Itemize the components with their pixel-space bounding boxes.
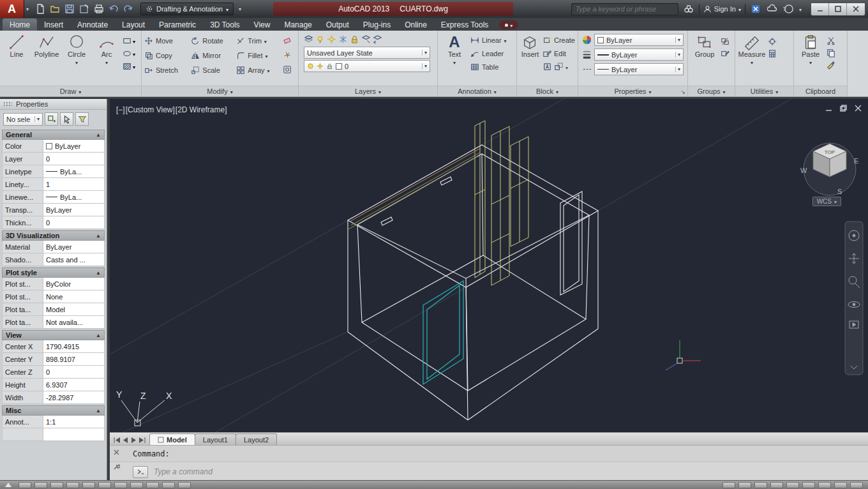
property-row[interactable]: Thickn...0 xyxy=(2,216,105,229)
fillet-button[interactable]: Fillet xyxy=(236,49,278,61)
layer-lock-icon[interactable] xyxy=(350,34,359,44)
tab-model[interactable]: Model xyxy=(149,433,195,445)
property-row[interactable]: ColorByLayer xyxy=(2,140,105,153)
offset-button[interactable] xyxy=(283,64,296,75)
panel-properties-footer[interactable]: Properties xyxy=(578,86,687,96)
polyline-button[interactable]: Polyline xyxy=(33,33,61,86)
last-tab-icon[interactable] xyxy=(138,437,146,443)
maximize-button[interactable] xyxy=(829,3,847,15)
layer-match-icon[interactable] xyxy=(361,34,371,44)
tab-insert[interactable]: Insert xyxy=(37,19,70,31)
palette-titlebar[interactable]: Properties xyxy=(0,99,107,110)
statusbar-expand-icon[interactable] xyxy=(5,483,11,487)
visual-style-control[interactable]: [2D Wireframe] xyxy=(176,105,227,114)
measure-button[interactable]: Measure xyxy=(738,33,766,86)
panel-groups-footer[interactable]: Groups xyxy=(688,86,735,96)
insert-button[interactable]: Insert xyxy=(520,33,541,86)
dialog-launcher-icon[interactable]: ↘ xyxy=(680,89,685,95)
linear-dimension-button[interactable]: Linear xyxy=(470,34,507,46)
tab-layout2[interactable]: Layout2 xyxy=(236,433,277,445)
panel-draw-footer[interactable]: Draw xyxy=(0,86,141,96)
property-row[interactable]: Plot st...ByColor xyxy=(2,278,105,290)
block-editor-icon[interactable] xyxy=(554,62,564,71)
ducs-toggle[interactable] xyxy=(114,482,127,488)
command-window[interactable]: Command: Type a command xyxy=(110,445,868,481)
lineweight-select[interactable]: ByLayer xyxy=(594,49,684,61)
layer-isolate-icon[interactable] xyxy=(327,34,336,44)
property-row[interactable]: LinetypeByLa... xyxy=(2,165,105,178)
quick-view-layouts-button[interactable] xyxy=(738,482,751,488)
line-button[interactable]: Line xyxy=(3,33,31,86)
property-row[interactable]: Plot st...None xyxy=(2,290,105,303)
transparency-toggle[interactable] xyxy=(162,482,175,488)
copy-button[interactable]: Copy xyxy=(144,49,186,61)
sign-in-button[interactable]: Sign In xyxy=(703,5,741,13)
redo-button[interactable] xyxy=(122,3,135,15)
ungroup-button[interactable] xyxy=(721,36,730,47)
close-button[interactable] xyxy=(847,3,865,15)
section-header[interactable]: View xyxy=(2,330,105,340)
autoscale-button[interactable] xyxy=(802,482,815,488)
cleanscreen-button[interactable] xyxy=(850,482,863,488)
help-caret-icon[interactable] xyxy=(799,4,802,13)
selection-type-select[interactable]: No sele xyxy=(3,113,43,126)
property-row[interactable]: Shado...Casts and ... xyxy=(2,253,105,266)
layer-select[interactable]: 0 xyxy=(304,60,430,72)
rotate-button[interactable]: Rotate xyxy=(191,34,231,47)
first-tab-icon[interactable] xyxy=(114,437,121,443)
group-button[interactable]: Group xyxy=(691,33,719,86)
navigation-bar[interactable] xyxy=(845,222,863,375)
property-row[interactable]: Plot ta...Not availa... xyxy=(2,316,105,329)
section-header[interactable]: Misc xyxy=(2,405,105,416)
tab-layout1[interactable]: Layout1 xyxy=(195,433,236,445)
view-name-control[interactable]: [Custom View] xyxy=(126,105,175,114)
quick-view-drawings-button[interactable] xyxy=(754,482,767,488)
viewcube[interactable]: W E S TOP xyxy=(800,143,858,195)
tab-layout[interactable]: Layout xyxy=(115,19,152,31)
command-input-row[interactable]: Type a command xyxy=(110,462,868,481)
toggle-pickadd-button[interactable] xyxy=(45,112,58,126)
saveas-button[interactable] xyxy=(78,3,91,15)
tab-manage[interactable]: Manage xyxy=(277,19,318,31)
scale-button[interactable]: Scale xyxy=(191,64,231,76)
linetype-select[interactable]: ByLayer xyxy=(594,63,684,75)
layer-properties-icon[interactable] xyxy=(304,34,313,44)
layer-state-select[interactable]: Unsaved Layer State xyxy=(304,47,430,59)
mirror-button[interactable]: Mirror xyxy=(191,49,231,61)
section-header[interactable]: 3D Visualization xyxy=(2,230,105,241)
next-tab-icon[interactable] xyxy=(130,437,137,443)
layer-freeze-icon[interactable] xyxy=(338,34,348,44)
tab-3d-tools[interactable]: 3D Tools xyxy=(203,19,246,31)
command-close-icon[interactable] xyxy=(113,449,120,456)
array-button[interactable]: Array xyxy=(236,64,278,76)
panel-clipboard-footer[interactable]: Clipboard xyxy=(794,86,847,96)
property-row[interactable]: Layer0 xyxy=(2,153,105,165)
cut-button[interactable] xyxy=(827,35,835,46)
property-row[interactable]: Linety...1 xyxy=(2,178,105,191)
annotation-visibility-button[interactable] xyxy=(786,482,799,488)
property-row[interactable]: Height6.9307 xyxy=(2,379,105,391)
drawing-canvas[interactable]: Y Z X W E S TOP xyxy=(110,99,868,432)
tab-view[interactable]: View xyxy=(247,19,278,31)
plot-button[interactable] xyxy=(93,3,105,15)
panel-layers-footer[interactable]: Layers xyxy=(299,86,437,96)
quick-select-button[interactable] xyxy=(75,112,89,126)
select-objects-button[interactable] xyxy=(60,112,73,126)
trim-button[interactable]: Trim xyxy=(236,34,278,47)
lwt-toggle[interactable] xyxy=(146,482,159,488)
rectangle-tool-button[interactable] xyxy=(123,35,135,46)
doc-restore-icon[interactable] xyxy=(840,105,847,112)
property-row[interactable]: Center X1790.4915 xyxy=(2,340,105,353)
copy-clip-button[interactable] xyxy=(827,47,835,58)
move-button[interactable]: Move xyxy=(144,34,186,47)
circle-button[interactable]: Circle xyxy=(63,33,91,86)
minimize-button[interactable] xyxy=(811,3,829,15)
viewport-menu-control[interactable]: [−] xyxy=(116,105,125,114)
group-edit-button[interactable] xyxy=(721,48,730,59)
exchange-apps-icon[interactable] xyxy=(749,3,762,15)
id-point-button[interactable] xyxy=(768,36,777,47)
text-button[interactable]: AText xyxy=(440,33,468,86)
property-row[interactable]: MaterialByLayer xyxy=(2,241,105,253)
property-row[interactable]: Transp...ByLayer xyxy=(2,204,105,216)
property-row[interactable]: Center Y898.9107 xyxy=(2,353,105,366)
